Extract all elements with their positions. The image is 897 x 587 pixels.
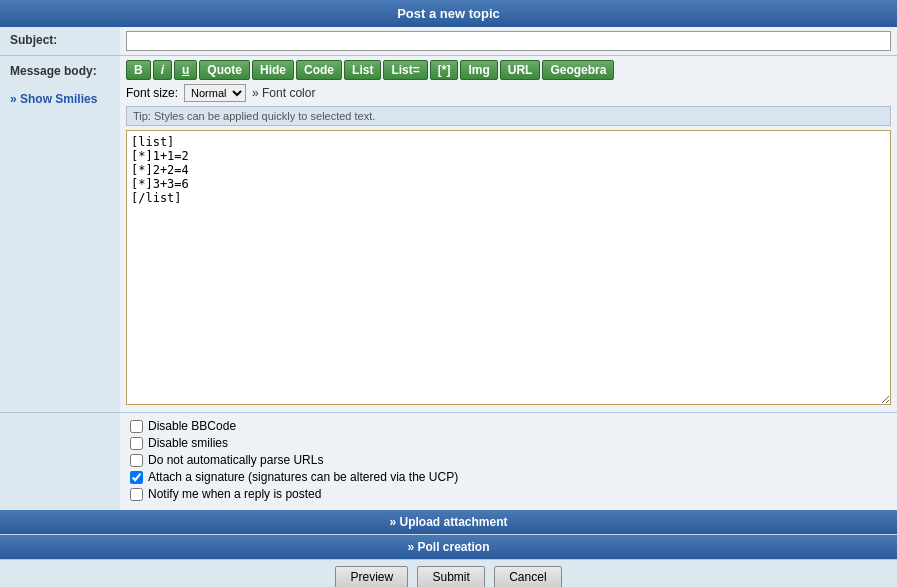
title-text: Post a new topic xyxy=(397,6,500,21)
attach-signature-label: Attach a signature (signatures can be al… xyxy=(148,470,458,484)
bottom-buttons: Preview Submit Cancel xyxy=(0,559,897,587)
list-ordered-button[interactable]: List= xyxy=(383,60,427,80)
list-item-button[interactable]: [*] xyxy=(430,60,459,80)
font-options-row: Font size: Normal Small Large Huge Tiny … xyxy=(126,84,891,102)
subject-row: Subject: xyxy=(0,27,897,56)
preview-button[interactable]: Preview xyxy=(335,566,408,587)
disable-smilies-checkbox[interactable] xyxy=(130,437,143,450)
attach-signature-checkbox[interactable] xyxy=(130,471,143,484)
message-body-label: Message body: » Show Smilies xyxy=(0,56,120,413)
message-body-cell: B i u Quote Hide Code List List= [*] Img… xyxy=(120,56,897,413)
disable-bbcode-label: Disable BBCode xyxy=(148,419,236,433)
message-body-row: Message body: » Show Smilies B i u Quote… xyxy=(0,56,897,413)
img-button[interactable]: Img xyxy=(460,60,497,80)
options-row: Disable BBCode Disable smilies Do not au… xyxy=(0,413,897,511)
url-button[interactable]: URL xyxy=(500,60,541,80)
page-wrapper: Post a new topic Subject: Message body: … xyxy=(0,0,897,587)
code-button[interactable]: Code xyxy=(296,60,342,80)
tip-bar: Tip: Styles can be applied quickly to se… xyxy=(126,106,891,126)
poll-creation-link[interactable]: » Poll creation xyxy=(407,540,489,554)
underline-button[interactable]: u xyxy=(174,60,197,80)
notify-reply-checkbox[interactable] xyxy=(130,488,143,501)
disable-smilies-option: Disable smilies xyxy=(130,436,887,450)
bold-button[interactable]: B xyxy=(126,60,151,80)
font-size-select[interactable]: Normal Small Large Huge Tiny xyxy=(184,84,246,102)
notify-reply-option: Notify me when a reply is posted xyxy=(130,487,887,501)
italic-button[interactable]: i xyxy=(153,60,172,80)
no-parse-urls-option: Do not automatically parse URLs xyxy=(130,453,887,467)
disable-bbcode-option: Disable BBCode xyxy=(130,419,887,433)
font-size-label: Font size: xyxy=(126,86,178,100)
quote-button[interactable]: Quote xyxy=(199,60,250,80)
poll-creation-bar[interactable]: » Poll creation xyxy=(0,535,897,559)
toolbar: B i u Quote Hide Code List List= [*] Img… xyxy=(126,60,891,80)
show-smilies-link[interactable]: » Show Smilies xyxy=(10,92,97,106)
hide-button[interactable]: Hide xyxy=(252,60,294,80)
subject-label: Subject: xyxy=(0,27,120,56)
options-cell: Disable BBCode Disable smilies Do not au… xyxy=(120,413,897,511)
notify-reply-label: Notify me when a reply is posted xyxy=(148,487,321,501)
upload-attachment-link[interactable]: » Upload attachment xyxy=(389,515,507,529)
subject-cell xyxy=(120,27,897,56)
main-table: Subject: Message body: » Show Smilies B … xyxy=(0,27,897,510)
upload-attachment-bar[interactable]: » Upload attachment xyxy=(0,510,897,534)
cancel-button[interactable]: Cancel xyxy=(494,566,561,587)
no-parse-urls-label: Do not automatically parse URLs xyxy=(148,453,323,467)
list-button[interactable]: List xyxy=(344,60,381,80)
submit-button[interactable]: Submit xyxy=(417,566,484,587)
subject-input[interactable] xyxy=(126,31,891,51)
font-color-link[interactable]: » Font color xyxy=(252,86,315,100)
options-label-cell xyxy=(0,413,120,511)
disable-smilies-label: Disable smilies xyxy=(148,436,228,450)
attach-signature-option: Attach a signature (signatures can be al… xyxy=(130,470,887,484)
disable-bbcode-checkbox[interactable] xyxy=(130,420,143,433)
geogebra-button[interactable]: Geogebra xyxy=(542,60,614,80)
no-parse-urls-checkbox[interactable] xyxy=(130,454,143,467)
message-textarea[interactable] xyxy=(126,130,891,405)
page-title: Post a new topic xyxy=(0,0,897,27)
